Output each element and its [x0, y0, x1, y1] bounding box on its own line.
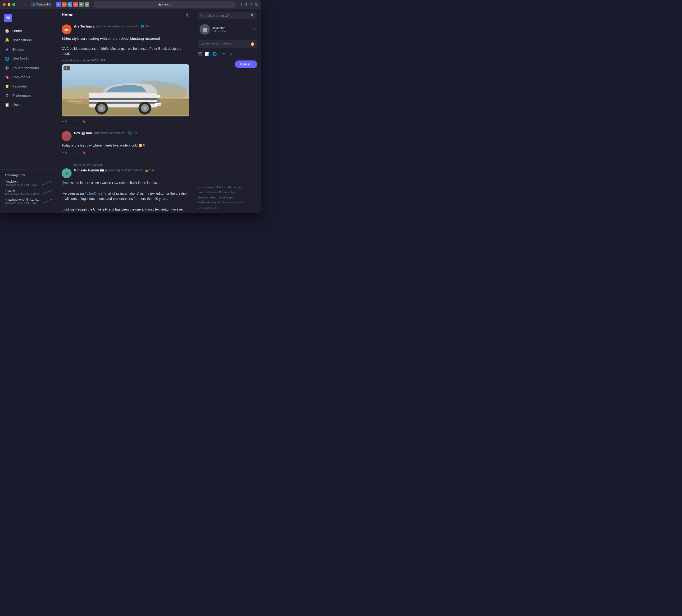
- sidebar-item-notifications[interactable]: 🔔 Notifications: [0, 35, 56, 45]
- post-author-2: Dev 🤖 boo: [74, 131, 92, 135]
- trending-item-2[interactable]: #maine 124 people in the past 2 days: [5, 189, 52, 195]
- forward-button[interactable]: ›: [24, 2, 27, 7]
- browser-actions: ⬇ ⬆ ＋ ⧉: [240, 2, 258, 7]
- favorite-button-2[interactable]: ☆: [76, 150, 82, 155]
- svg-rect-18: [157, 98, 160, 103]
- bookmark-button-1[interactable]: 🔖: [82, 119, 89, 124]
- edit-profile-link[interactable]: Edit profile: [212, 30, 251, 33]
- attach-image-button[interactable]: 🖼: [198, 51, 202, 57]
- trending-item-1[interactable]: #lewiston 88 people in the past 2 days: [5, 180, 52, 186]
- more-button-1[interactable]: ···: [183, 119, 189, 124]
- star-icon-1: ☆: [76, 120, 79, 123]
- search-box[interactable]: 🔍: [198, 12, 257, 19]
- sidebar-item-preferences[interactable]: ⚙ Preferences: [0, 91, 56, 100]
- profile-handle: @vmstan: [212, 26, 251, 30]
- tab-gray[interactable]: ⊕: [85, 2, 89, 7]
- mastodon-logo-icon: M: [4, 14, 12, 22]
- tab-map[interactable]: 🗺: [79, 2, 84, 7]
- footer-version: · v4.3.0-alpha.0+io: [198, 206, 257, 210]
- footer-invite-link[interactable]: Invite people: [226, 186, 241, 189]
- sidebar-item-favorites[interactable]: ⭐ Favorites: [0, 82, 56, 91]
- footer-profiles-link[interactable]: Profiles directory: [198, 191, 217, 194]
- language-button[interactable]: EN: [227, 52, 233, 56]
- compose-input[interactable]: What's on your mind? 😊: [198, 40, 257, 48]
- post-handle-3: @gnemmi@mastodon.sdf.org: [105, 169, 143, 172]
- feed-title: Home: [62, 13, 73, 18]
- post-link-1[interactable]: arstechnica.com/cars/2023/10/1...: [62, 59, 108, 62]
- profile-menu-icon[interactable]: ≡: [253, 27, 255, 31]
- poll-button[interactable]: 📊: [204, 51, 210, 57]
- footer-mst-about-link[interactable]: About: [210, 196, 217, 199]
- trending-tag-3: #mashuphorrorfilmsand...: [5, 198, 40, 201]
- boost-button-2[interactable]: ⇄: [70, 150, 76, 155]
- tabs-icon[interactable]: ⧉: [255, 2, 258, 7]
- publish-button[interactable]: Publish!: [235, 61, 257, 68]
- reply-button-1[interactable]: ↩ 0: [62, 119, 70, 124]
- footer-profiles-line: Profiles directory · Privacy policy: [198, 190, 257, 195]
- maximize-button[interactable]: [12, 3, 15, 6]
- sidebar-label-notifications: Notifications: [12, 38, 32, 42]
- bookmark-icon-2: 🔖: [82, 151, 86, 154]
- sidebar-item-live-feeds[interactable]: 🌐 Live feeds: [0, 54, 56, 63]
- footer-source-link[interactable]: View source code: [222, 201, 243, 204]
- tab-mastodon[interactable]: M: [56, 2, 61, 7]
- boost-button-1[interactable]: ⇄: [70, 119, 76, 124]
- post-more-button-1[interactable]: ···: [187, 24, 189, 28]
- address-bar[interactable]: 🔒 vmst.io: [94, 1, 235, 7]
- window-chrome: ‹ › 👤 Personal ▾ M ars ● ● 🗺 ⊕ 🔒 vmst.io…: [0, 0, 261, 9]
- more-button-2[interactable]: ···: [183, 150, 189, 155]
- favorite-button-1[interactable]: ☆: [76, 119, 82, 124]
- bookmark-button-2[interactable]: 🔖: [82, 150, 89, 155]
- back-button[interactable]: ‹: [19, 2, 23, 7]
- post-time-3: 12m: [149, 169, 155, 172]
- footer-status-link[interactable]: Status: [216, 186, 224, 189]
- sidebar-label-bookmarks: Bookmarks: [12, 75, 30, 79]
- emoji-picker-icon[interactable]: 😊: [250, 42, 254, 46]
- boost-indicator-3: ⇄ Neil Brown boosted: [62, 162, 189, 168]
- footer-about-link[interactable]: About: [207, 186, 214, 189]
- trending-count-1: 88 people in the past 2 days: [5, 183, 38, 186]
- minimize-button[interactable]: [7, 3, 10, 6]
- sidebar-item-home[interactable]: 🏠 Home: [0, 26, 56, 35]
- hashtag-icon: #: [5, 47, 9, 52]
- reply-button-2[interactable]: ↩ 0: [62, 150, 70, 155]
- sidebar-label-live-feeds: Live feeds: [12, 57, 28, 61]
- trending-title: Trending now: [5, 173, 52, 177]
- post-more-button-2[interactable]: ···: [187, 131, 189, 135]
- address-text: vmst.io: [162, 3, 171, 6]
- new-tab-icon[interactable]: ＋: [250, 2, 253, 7]
- tab-blue[interactable]: ●: [68, 2, 72, 7]
- sidebar-item-lists[interactable]: 📋 Lists: [0, 100, 56, 109]
- close-button[interactable]: [3, 3, 6, 6]
- sidebar-item-bookmarks[interactable]: 🔖 Bookmarks: [0, 72, 56, 82]
- sidebar-label-home: Home: [12, 29, 22, 33]
- post-actions-1: ↩ 0 ⇄ ☆ 🔖 ···: [62, 119, 189, 124]
- sparkline-1: [42, 180, 52, 186]
- post-3: ⇄ Neil Brown boosted 👤 Gonzalo Nemmi 🇦🇷 …: [57, 159, 194, 213]
- tab-red[interactable]: ●: [73, 2, 78, 7]
- sidebar-label-favorites: Favorites: [12, 84, 27, 88]
- profile-info: @vmstan Edit profile: [212, 26, 251, 33]
- reply-icon-2: ↩: [62, 151, 64, 154]
- footer-privacy-link[interactable]: Privacy policy: [219, 191, 235, 194]
- footer-keyboard-link[interactable]: Keyboard shortcuts: [198, 201, 220, 204]
- trending-item-3[interactable]: #mashuphorrorfilmsand... 76 people in th…: [5, 198, 52, 204]
- image-overlay-1: 🔕: [64, 66, 70, 70]
- svg-text:JPI700: JPI700: [156, 104, 160, 105]
- feed-settings-button[interactable]: ⊞: [186, 12, 189, 18]
- download-icon[interactable]: ⬇: [240, 2, 243, 7]
- list-icon: 📋: [5, 103, 9, 107]
- browser-profile[interactable]: 👤 Personal ▾: [30, 2, 52, 7]
- share-icon[interactable]: ⬆: [245, 2, 248, 7]
- tab-ars[interactable]: ars: [62, 2, 67, 7]
- post-handle-1: @arstechnica@mastodon.social: [96, 25, 137, 28]
- sidebar-item-private-mentions[interactable]: @ Private mentions: [0, 63, 56, 72]
- sidebar-item-explore[interactable]: # Explore: [0, 45, 56, 54]
- post-more-button-3[interactable]: ···: [187, 168, 189, 172]
- footer-links: vmst.io: About · Status · Invite people …: [198, 183, 257, 210]
- content-warning-button[interactable]: CW: [220, 52, 226, 56]
- footer-get-app-link[interactable]: Get the app: [220, 196, 233, 199]
- post-body-1: 1960s-style aero testing with an old-sch…: [62, 36, 189, 56]
- visibility-button[interactable]: 🌐: [212, 51, 218, 57]
- search-input[interactable]: [201, 14, 249, 18]
